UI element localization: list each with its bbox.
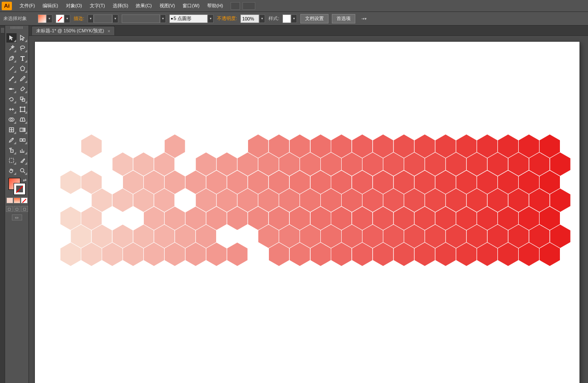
svg-rect-5 [20,107,25,111]
fill-swatch-group[interactable] [38,14,52,23]
draw-behind-icon[interactable]: ◻ [14,206,20,212]
stroke-weight-input[interactable] [94,14,112,23]
svg-point-9 [24,111,25,112]
paintbrush-tool[interactable] [6,74,17,83]
stroke-weight-dec-icon[interactable] [88,14,94,23]
opacity-label: 不透明度: [217,15,237,22]
svg-rect-16 [11,150,13,152]
swap-fill-stroke-icon[interactable]: ⇄ [23,178,26,183]
menu-file[interactable]: 文件(F) [16,1,38,11]
brush-definition[interactable]: 5 点圆形 [169,14,208,23]
type-tool[interactable] [17,54,28,63]
style-dd-icon[interactable] [291,14,297,23]
menu-effect[interactable]: 效果(C) [132,1,155,11]
hexagon-cell [60,171,81,194]
app-logo-icon: Ai [2,2,12,10]
color-mode-gradient[interactable] [14,197,20,203]
stroke-swatch-group[interactable] [56,14,70,23]
variable-width-group[interactable] [122,14,166,23]
draw-normal-icon[interactable]: ◻ [6,206,13,212]
fill-stroke-control[interactable]: ⇄ [8,178,26,195]
opacity-group[interactable]: 100% [240,14,265,23]
doc-setup-button[interactable]: 文档设置 [300,14,328,23]
opacity-dd-icon[interactable] [259,14,265,23]
menu-type[interactable]: 文字(T) [86,1,108,11]
perspective-grid-tool[interactable] [17,115,28,124]
brush-dot-icon [171,18,173,20]
opacity-input[interactable]: 100% [240,14,259,23]
variable-width-input[interactable] [122,14,160,23]
free-transform-tool[interactable] [17,105,28,114]
align-flyout-icon[interactable]: ⇥▾ [359,14,369,23]
selection-tool[interactable] [6,33,17,43]
svg-rect-17 [9,158,14,163]
stroke-weight-group[interactable] [88,14,118,23]
brush-name: 5 点圆形 [174,15,191,22]
symbol-sprayer-tool[interactable] [6,146,17,155]
screen-mode-button[interactable]: ▭ [12,214,22,220]
svg-rect-13 [20,128,25,131]
width-tool[interactable] [6,105,17,114]
draw-inside-icon[interactable]: ◻ [21,206,28,212]
mesh-tool[interactable] [6,125,17,134]
blend-tool[interactable] [17,135,28,145]
brush-group[interactable]: 5 点圆形 [169,14,214,23]
menu-edit[interactable]: 编辑(E) [39,1,62,11]
preferences-button[interactable]: 首选项 [332,14,355,23]
document-area: 未标题-1* @ 150% (CMYK/预览) × [29,26,588,383]
color-mode-none[interactable] [21,197,28,203]
menu-help[interactable]: 帮助(H) [204,1,226,11]
left-dock-strip[interactable] [0,26,5,383]
gpu-preview-icon[interactable] [231,2,240,10]
dock-grip-icon [1,28,4,33]
svg-rect-4 [22,99,25,101]
pencil-tool[interactable] [17,74,28,83]
hexagon-cell [81,171,102,194]
pen-tool[interactable] [6,54,17,63]
blob-brush-tool[interactable] [6,84,17,94]
fill-swatch-icon[interactable] [38,14,46,23]
variable-width-dd-icon[interactable] [160,14,166,23]
rotate-tool[interactable] [6,94,17,104]
stroke-color-icon[interactable] [14,183,26,195]
direct-selection-tool[interactable] [17,33,28,43]
style-swatch-icon[interactable] [283,14,291,23]
menu-select[interactable]: 选择(S) [109,1,132,11]
magic-wand-tool[interactable] [6,43,17,53]
svg-rect-14 [20,139,22,141]
fill-dropdown-icon[interactable] [46,14,52,23]
lasso-tool[interactable] [17,43,28,53]
color-mode-solid[interactable] [6,197,13,203]
stroke-weight-inc-icon[interactable] [112,14,118,23]
svg-rect-3 [20,97,23,100]
stroke-swatch-icon[interactable] [56,14,64,23]
shape-builder-tool[interactable] [6,115,17,124]
eraser-tool[interactable] [17,84,28,94]
brush-dd-icon[interactable] [208,14,214,23]
artboard-tool[interactable] [6,156,17,165]
canvas-viewport[interactable] [29,36,588,383]
tools-panel: ⇄ ◻ ◻ ◻ ▭ [5,26,29,383]
close-tab-icon[interactable]: × [108,29,110,34]
style-label: 样式: [268,15,279,22]
selection-status: 未选择对象 [3,15,27,22]
hexagon-cell [60,206,81,230]
hand-tool[interactable] [6,166,17,175]
stroke-dropdown-icon[interactable] [64,14,70,23]
scale-tool[interactable] [17,94,28,104]
arrange-docs-icon[interactable] [243,2,255,10]
gradient-tool[interactable] [17,125,28,134]
shape-tool[interactable] [17,64,28,73]
style-group[interactable] [283,14,297,23]
menu-extras [231,2,255,10]
column-graph-tool[interactable] [17,146,28,155]
slice-tool[interactable] [17,156,28,165]
eyedropper-tool[interactable] [6,135,17,145]
document-tab[interactable]: 未标题-1* @ 150% (CMYK/预览) × [31,26,115,35]
zoom-tool[interactable] [17,166,28,175]
menu-view[interactable]: 视图(V) [156,1,179,11]
draw-mode-row: ◻ ◻ ◻ [6,206,28,212]
line-tool[interactable] [6,64,17,73]
menu-window[interactable]: 窗口(W) [179,1,203,11]
menu-object[interactable]: 对象(O) [63,1,86,11]
